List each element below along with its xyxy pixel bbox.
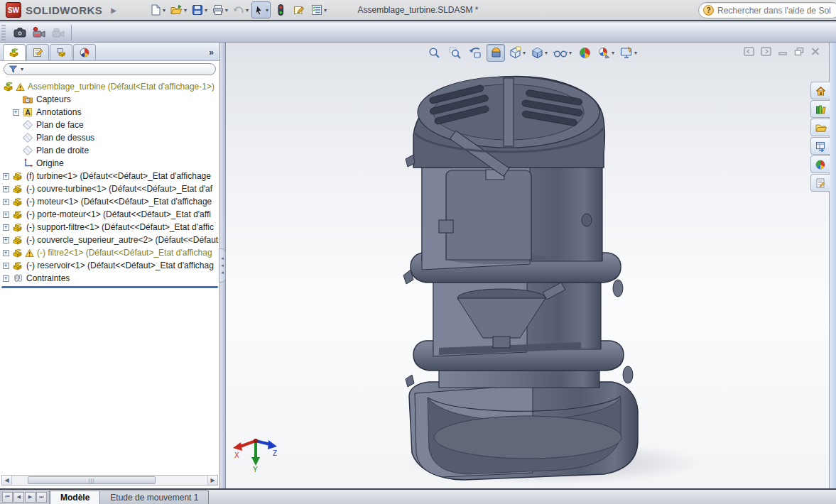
tab-configurationmanager[interactable] — [50, 44, 72, 60]
tree-item-capteurs[interactable]: Capteurs — [0, 93, 219, 106]
panel-tabs-overflow-icon[interactable]: » — [209, 48, 217, 60]
toolbar-drag-handle[interactable] — [1, 25, 6, 40]
task-tab-custom-properties[interactable] — [810, 174, 830, 192]
expand-icon[interactable] — [3, 263, 9, 269]
dropdown-arrow-icon[interactable]: ▾ — [246, 7, 249, 13]
first-tab-icon[interactable]: ⏮ — [2, 492, 13, 503]
tree-item-porte-moteur[interactable]: (-) porte-moteur<1> (Défaut<<Défaut>_Eta… — [0, 208, 219, 221]
tree-item-moteur[interactable]: (-) moteur<1> (Défaut<<Défaut>_Etat d'af… — [0, 195, 219, 208]
zoom-area-button[interactable] — [445, 44, 464, 62]
close-icon[interactable] — [810, 47, 820, 56]
expand-icon[interactable] — [3, 275, 9, 282]
task-tab-appearances-scenes[interactable] — [810, 155, 830, 173]
expand-icon[interactable] — [3, 237, 9, 243]
tree-item-annotations[interactable]: A Annotations — [0, 106, 219, 119]
search-input[interactable] — [717, 6, 831, 16]
restore-icon[interactable] — [794, 47, 804, 56]
expand-icon[interactable] — [3, 224, 9, 231]
expand-icon[interactable] — [13, 109, 19, 116]
open-button[interactable]: ▾ — [168, 1, 188, 18]
tab-displaymanager[interactable] — [73, 44, 96, 60]
select-tool-button[interactable]: ▾ — [251, 1, 271, 18]
splitter-grip[interactable]: ◂◂◂ — [219, 248, 226, 283]
traffic-light-button[interactable] — [272, 1, 289, 18]
dropdown-arrow-icon[interactable]: ▾ — [205, 7, 207, 13]
3d-model-turbine-section[interactable] — [226, 43, 829, 488]
apply-scene-button[interactable]: ▾ — [596, 44, 616, 62]
expand-icon[interactable] — [3, 212, 9, 218]
previous-tab-icon[interactable]: ◀ — [13, 492, 24, 503]
expand-icon[interactable] — [3, 186, 9, 192]
tree-item-couvercle-superieur-autre[interactable]: (-) couvercle_superieur_autre<2> (Défaut… — [0, 234, 219, 246]
tree-item-plan-de-droite[interactable]: Plan de droite — [0, 144, 219, 157]
task-tab-file-explorer[interactable] — [810, 119, 830, 136]
expand-icon[interactable] — [3, 199, 9, 205]
rollback-bar[interactable] — [1, 286, 218, 288]
tree-filter-input[interactable]: ▾ — [4, 63, 216, 75]
next-tab-icon[interactable]: ▶ — [25, 492, 36, 503]
task-tab-solidworks-resources[interactable] — [810, 82, 830, 99]
dropdown-arrow-icon[interactable]: ▾ — [545, 50, 548, 56]
tree-horizontal-scrollbar[interactable]: ◀ ▶ — [1, 475, 218, 486]
print-button[interactable]: ▾ — [210, 1, 229, 18]
view-orientation-button[interactable]: ▾ — [507, 44, 527, 62]
collapse-pane-left-icon[interactable] — [744, 47, 754, 56]
last-tab-icon[interactable]: ⏭ — [36, 492, 47, 503]
help-search-box[interactable]: ? — [698, 2, 836, 18]
collapse-pane-right-icon[interactable] — [761, 47, 771, 56]
dropdown-arrow-icon[interactable]: ▾ — [184, 7, 187, 13]
plane-icon — [22, 132, 33, 143]
section-view-button[interactable] — [487, 44, 505, 62]
tree-item-contraintes[interactable]: Contraintes — [0, 272, 219, 285]
dropdown-arrow-icon[interactable]: ▾ — [324, 7, 327, 13]
dropdown-arrow-icon[interactable]: ▾ — [523, 50, 526, 56]
tree-item-couvre-turbine[interactable]: (-) couvre-turbine<1> (Défaut<<Défaut>_E… — [0, 182, 219, 195]
scrollbar-thumb[interactable] — [28, 476, 156, 484]
record-video-disabled-button[interactable] — [49, 24, 67, 41]
tree-item-plan-de-dessus[interactable]: Plan de dessus — [0, 131, 219, 144]
tab-etude-de-mouvement[interactable]: Etude de mouvement 1 — [100, 491, 209, 504]
filter-dropdown-icon[interactable]: ▾ — [21, 66, 23, 72]
dropdown-arrow-icon[interactable]: ▾ — [612, 50, 614, 56]
scroll-right-icon[interactable]: ▶ — [207, 476, 217, 485]
tree-item-filtre2[interactable]: (-) filtre2<1> (Défaut<<Défaut>_Etat d'a… — [0, 246, 219, 259]
edit-appearance-button[interactable] — [575, 44, 594, 62]
screenshot-button[interactable] — [11, 24, 28, 41]
view-settings-button[interactable]: ▾ — [618, 44, 639, 62]
tab-propertymanager[interactable] — [26, 44, 49, 60]
record-video-button[interactable] — [30, 24, 48, 41]
options-button[interactable]: ▾ — [309, 1, 328, 18]
graphics-viewport[interactable]: ▾ ▾ ▾ ▾ ▾ — [226, 43, 829, 488]
new-document-button[interactable]: ▾ — [148, 1, 167, 18]
tree-item-support-filtre[interactable]: (-) support-filtre<1> (Défaut<<Défaut>_E… — [0, 221, 219, 234]
undo-button[interactable]: ▾ — [231, 1, 250, 18]
design-library-icon — [815, 104, 827, 115]
dropdown-arrow-icon[interactable]: ▾ — [569, 50, 572, 56]
task-tab-design-library[interactable] — [810, 100, 830, 118]
tree-item-plan-de-face[interactable]: Plan de face — [0, 119, 219, 131]
scroll-left-icon[interactable]: ◀ — [2, 476, 12, 485]
tab-featuremanager[interactable] — [3, 44, 26, 60]
task-tab-view-palette[interactable] — [810, 137, 830, 155]
menu-flyout-arrow-icon[interactable]: ▶ — [111, 6, 116, 14]
display-style-button[interactable]: ▾ — [529, 44, 549, 62]
panel-splitter[interactable]: ◂◂◂ — [220, 43, 226, 488]
tree-item-reservoir[interactable]: (-) reservoir<1> (Défaut<<Défaut>_Etat d… — [0, 259, 219, 272]
minimize-icon[interactable] — [778, 47, 788, 56]
previous-view-button[interactable] — [466, 44, 484, 62]
tree-item-turbine[interactable]: (f) turbine<1> (Défaut<<Défaut>_Etat d'a… — [0, 170, 219, 182]
expand-icon[interactable] — [3, 250, 9, 256]
save-button[interactable]: ▾ — [190, 1, 209, 18]
dropdown-arrow-icon[interactable]: ▾ — [266, 7, 268, 13]
dropdown-arrow-icon[interactable]: ▾ — [634, 50, 637, 56]
zoom-fit-button[interactable] — [425, 44, 443, 62]
dropdown-arrow-icon[interactable]: ▾ — [225, 7, 228, 13]
tab-modele[interactable]: Modèle — [50, 491, 100, 504]
expand-icon[interactable] — [3, 173, 9, 180]
sketch-edit-button[interactable] — [291, 1, 308, 18]
dropdown-arrow-icon[interactable]: ▾ — [163, 7, 165, 13]
tree-item-origine[interactable]: Origine — [0, 157, 219, 170]
tree-item-assembly-root[interactable]: Assemblage_turbine (Défaut<Etat d'affich… — [0, 80, 219, 93]
hide-show-items-button[interactable]: ▾ — [551, 44, 573, 62]
triad-y-label: Y — [253, 466, 258, 473]
